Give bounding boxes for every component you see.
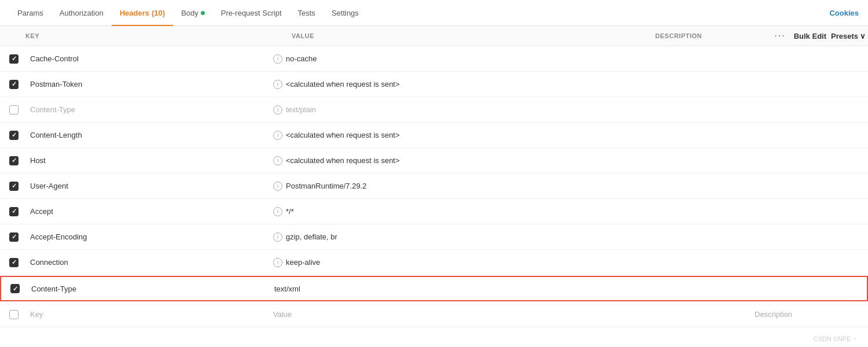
value-text: text/xml — [274, 285, 300, 293]
checkbox-cell — [2, 182, 25, 191]
row-checkbox[interactable] — [9, 182, 19, 191]
new-value-input[interactable]: Value — [269, 310, 750, 319]
key-cell[interactable]: Content-Type — [25, 105, 269, 114]
value-cell[interactable]: iPostmanRuntime/7.29.2 — [269, 182, 750, 191]
value-cell[interactable]: i*/* — [269, 207, 750, 216]
value-text: gzip, deflate, br — [286, 232, 337, 241]
tab-pre-request-script[interactable]: Pre-request Script — [213, 0, 290, 26]
checkbox-cell — [2, 54, 25, 64]
value-text: PostmanRuntime/7.29.2 — [286, 182, 366, 190]
tab-tests[interactable]: Tests — [290, 0, 323, 26]
tab-bar: Params Authorization Headers (10) Body P… — [0, 0, 868, 26]
table-row: Content-Lengthi<calculated when request … — [0, 123, 868, 148]
desc-column-header: DESCRIPTION — [655, 32, 771, 39]
new-header-row: KeyValueDescription — [0, 302, 868, 327]
value-text: <calculated when request is sent> — [286, 80, 400, 88]
key-cell[interactable]: Accept-Encoding — [25, 232, 269, 241]
value-cell[interactable]: i<calculated when request is sent> — [269, 156, 750, 165]
row-checkbox[interactable] — [9, 131, 19, 140]
row-checkbox[interactable] — [10, 284, 20, 293]
key-cell[interactable]: Accept — [25, 207, 269, 216]
row-checkbox[interactable] — [9, 80, 19, 89]
headers-table: Cache-Controlino-cachePostman-Tokeni<cal… — [0, 46, 868, 301]
checkbox-cell — [2, 232, 25, 242]
body-dot-icon — [201, 11, 205, 15]
key-cell[interactable]: Content-Type — [27, 285, 270, 293]
value-cell[interactable]: i<calculated when request is sent> — [269, 80, 750, 89]
new-key-input[interactable]: Key — [25, 310, 269, 319]
bulk-edit-button[interactable]: Bulk Edit — [794, 32, 826, 40]
checkbox-cell — [2, 80, 25, 89]
new-desc-input[interactable]: Description — [750, 310, 866, 319]
value-text: <calculated when request is sent> — [286, 156, 400, 165]
key-cell[interactable]: Content-Length — [25, 131, 269, 139]
row-checkbox[interactable] — [9, 232, 19, 242]
value-cell[interactable]: itext/plain — [269, 105, 750, 115]
checkbox-cell — [2, 156, 25, 165]
info-icon[interactable]: i — [273, 182, 282, 191]
key-cell[interactable]: Host — [25, 156, 269, 165]
checkbox-cell — [2, 258, 25, 267]
table-row: Content-Typeitext/plain — [0, 97, 868, 123]
value-text: */* — [286, 207, 294, 216]
table-row: Cache-Controlino-cache — [0, 46, 868, 72]
new-row-checkbox[interactable] — [9, 310, 19, 319]
value-text: keep-alive — [286, 258, 320, 267]
value-text: text/plain — [286, 105, 316, 114]
key-cell[interactable]: Connection — [25, 258, 269, 267]
info-icon[interactable]: i — [273, 131, 282, 140]
row-checkbox[interactable] — [9, 156, 19, 165]
value-text: no-cache — [286, 54, 317, 63]
checkbox-cell — [2, 131, 25, 140]
row-checkbox[interactable] — [9, 54, 19, 64]
key-cell[interactable]: User-Agent — [25, 182, 269, 190]
presets-button[interactable]: Presets ∨ — [831, 32, 866, 40]
new-row-checkbox-cell — [2, 310, 25, 319]
info-icon[interactable]: i — [273, 54, 282, 64]
table-row: Connectionikeep-alive — [0, 250, 868, 275]
tab-settings[interactable]: Settings — [323, 0, 367, 26]
tab-authorization[interactable]: Authorization — [52, 0, 112, 26]
value-column-header: VALUE — [292, 32, 655, 39]
checkbox-cell — [2, 105, 25, 115]
value-cell[interactable]: ino-cache — [269, 54, 750, 64]
value-cell[interactable]: igzip, deflate, br — [269, 232, 750, 242]
table-row: Content-Typetext/xml — [0, 276, 868, 301]
tab-params[interactable]: Params — [9, 0, 52, 26]
row-checkbox[interactable] — [9, 207, 19, 216]
key-column-header: KEY — [25, 32, 292, 39]
value-text: <calculated when request is sent> — [286, 131, 400, 139]
row-checkbox[interactable] — [9, 258, 19, 267]
value-cell[interactable]: i<calculated when request is sent> — [269, 131, 750, 140]
row-checkbox[interactable] — [9, 105, 19, 115]
info-icon[interactable]: i — [273, 156, 282, 165]
checkbox-cell — [3, 284, 27, 293]
info-icon[interactable]: i — [273, 80, 282, 89]
tab-headers[interactable]: Headers (10) — [112, 0, 173, 26]
info-icon[interactable]: i — [273, 232, 282, 242]
key-cell[interactable]: Postman-Token — [25, 80, 269, 88]
toolbar-actions: ··· Bulk Edit Presets ∨ — [771, 29, 866, 42]
info-icon[interactable]: i — [273, 207, 282, 216]
table-row: Hosti<calculated when request is sent> — [0, 148, 868, 174]
table-row: Postman-Tokeni<calculated when request i… — [0, 72, 868, 97]
tab-body[interactable]: Body — [173, 0, 213, 26]
value-cell[interactable]: ikeep-alive — [269, 258, 750, 267]
chevron-down-icon: ∨ — [860, 32, 866, 40]
table-row: Accepti*/* — [0, 199, 868, 224]
table-row: Accept-Encodingigzip, deflate, br — [0, 224, 868, 250]
info-icon[interactable]: i — [273, 105, 282, 115]
key-cell[interactable]: Cache-Control — [25, 54, 269, 63]
info-icon[interactable]: i — [273, 258, 282, 267]
more-button[interactable]: ··· — [771, 29, 789, 42]
tab-cookies[interactable]: Cookies — [829, 9, 859, 17]
value-cell[interactable]: text/xml — [270, 285, 749, 293]
checkbox-cell — [2, 207, 25, 216]
column-headers-row: KEY VALUE DESCRIPTION ··· Bulk Edit Pres… — [0, 26, 868, 46]
table-row: User-AgentiPostmanRuntime/7.29.2 — [0, 174, 868, 199]
